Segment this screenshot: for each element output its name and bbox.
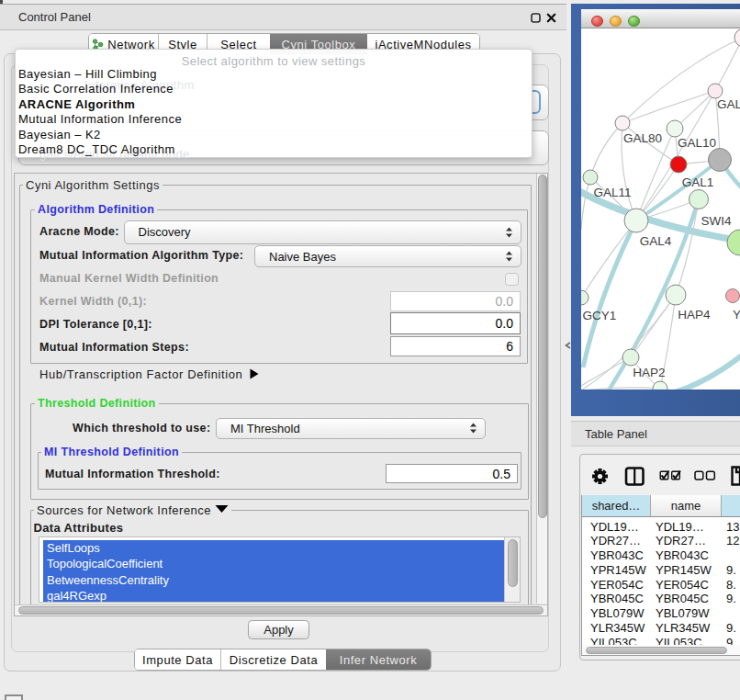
svg-text:HAP4: HAP4 <box>678 308 711 322</box>
svg-text:GAL1: GAL1 <box>682 175 714 189</box>
svg-text:GCY1: GCY1 <box>583 309 617 322</box>
svg-text:GAL80: GAL80 <box>623 131 662 145</box>
svg-text:GAL11: GAL11 <box>593 186 631 199</box>
svg-text:GAL2: GAL2 <box>717 97 740 111</box>
svg-text:SWI4: SWI4 <box>701 214 731 228</box>
svg-text:GAL10: GAL10 <box>678 136 716 150</box>
svg-text:GAL4: GAL4 <box>640 234 672 248</box>
svg-text:HAP2: HAP2 <box>633 366 665 379</box>
svg-text:YJ: YJ <box>733 308 740 322</box>
